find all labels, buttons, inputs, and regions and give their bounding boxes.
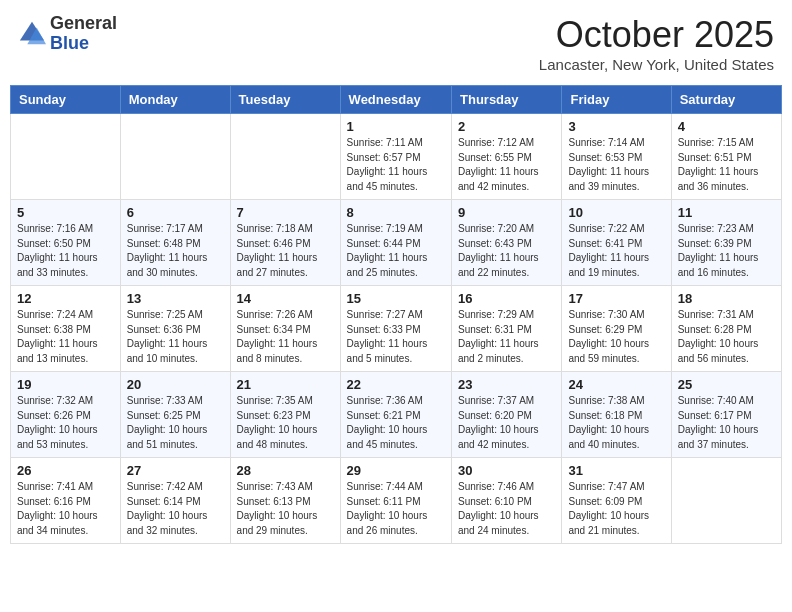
- column-header-saturday: Saturday: [671, 86, 781, 114]
- day-info-line: Sunset: 6:16 PM: [17, 496, 91, 507]
- day-number: 13: [127, 291, 224, 306]
- day-info: Sunrise: 7:36 AMSunset: 6:21 PMDaylight:…: [347, 394, 445, 452]
- calendar-cell: 10Sunrise: 7:22 AMSunset: 6:41 PMDayligh…: [562, 200, 671, 286]
- day-info-line: Daylight: 10 hours and 32 minutes.: [127, 510, 208, 536]
- day-info: Sunrise: 7:46 AMSunset: 6:10 PMDaylight:…: [458, 480, 555, 538]
- day-number: 14: [237, 291, 334, 306]
- day-info: Sunrise: 7:20 AMSunset: 6:43 PMDaylight:…: [458, 222, 555, 280]
- day-info-line: Daylight: 11 hours and 5 minutes.: [347, 338, 428, 364]
- day-info-line: Sunset: 6:43 PM: [458, 238, 532, 249]
- day-info-line: Sunset: 6:14 PM: [127, 496, 201, 507]
- day-info-line: Sunset: 6:18 PM: [568, 410, 642, 421]
- title-area: October 2025 Lancaster, New York, United…: [539, 14, 774, 73]
- day-info: Sunrise: 7:32 AMSunset: 6:26 PMDaylight:…: [17, 394, 114, 452]
- day-number: 27: [127, 463, 224, 478]
- day-info-line: Daylight: 10 hours and 48 minutes.: [237, 424, 318, 450]
- calendar-cell: 25Sunrise: 7:40 AMSunset: 6:17 PMDayligh…: [671, 372, 781, 458]
- day-info: Sunrise: 7:11 AMSunset: 6:57 PMDaylight:…: [347, 136, 445, 194]
- calendar-cell: [11, 114, 121, 200]
- day-info-line: Sunset: 6:38 PM: [17, 324, 91, 335]
- day-info-line: Sunset: 6:50 PM: [17, 238, 91, 249]
- month-title: October 2025: [539, 14, 774, 56]
- day-info-line: Sunrise: 7:15 AM: [678, 137, 754, 148]
- day-info-line: Sunrise: 7:35 AM: [237, 395, 313, 406]
- day-info-line: Daylight: 10 hours and 37 minutes.: [678, 424, 759, 450]
- day-info-line: Sunset: 6:10 PM: [458, 496, 532, 507]
- day-info-line: Sunrise: 7:19 AM: [347, 223, 423, 234]
- day-info-line: Daylight: 11 hours and 2 minutes.: [458, 338, 539, 364]
- day-info-line: Sunset: 6:44 PM: [347, 238, 421, 249]
- day-info-line: Daylight: 10 hours and 51 minutes.: [127, 424, 208, 450]
- day-info-line: Sunrise: 7:27 AM: [347, 309, 423, 320]
- day-info-line: Sunset: 6:34 PM: [237, 324, 311, 335]
- day-info-line: Daylight: 11 hours and 13 minutes.: [17, 338, 98, 364]
- day-info-line: Sunrise: 7:40 AM: [678, 395, 754, 406]
- day-info-line: Sunset: 6:26 PM: [17, 410, 91, 421]
- day-info-line: Daylight: 11 hours and 22 minutes.: [458, 252, 539, 278]
- day-info-line: Daylight: 10 hours and 24 minutes.: [458, 510, 539, 536]
- calendar-cell: 12Sunrise: 7:24 AMSunset: 6:38 PMDayligh…: [11, 286, 121, 372]
- day-info-line: Sunset: 6:53 PM: [568, 152, 642, 163]
- day-info-line: Sunset: 6:21 PM: [347, 410, 421, 421]
- calendar-week-row: 12Sunrise: 7:24 AMSunset: 6:38 PMDayligh…: [11, 286, 782, 372]
- day-info-line: Sunset: 6:51 PM: [678, 152, 752, 163]
- day-info-line: Daylight: 11 hours and 33 minutes.: [17, 252, 98, 278]
- day-number: 19: [17, 377, 114, 392]
- day-info-line: Sunset: 6:17 PM: [678, 410, 752, 421]
- day-info-line: Sunrise: 7:26 AM: [237, 309, 313, 320]
- calendar-cell: 20Sunrise: 7:33 AMSunset: 6:25 PMDayligh…: [120, 372, 230, 458]
- day-info: Sunrise: 7:24 AMSunset: 6:38 PMDaylight:…: [17, 308, 114, 366]
- logo: General Blue: [18, 14, 117, 54]
- calendar-cell: 13Sunrise: 7:25 AMSunset: 6:36 PMDayligh…: [120, 286, 230, 372]
- calendar-cell: 24Sunrise: 7:38 AMSunset: 6:18 PMDayligh…: [562, 372, 671, 458]
- calendar-cell: 17Sunrise: 7:30 AMSunset: 6:29 PMDayligh…: [562, 286, 671, 372]
- day-info-line: Sunrise: 7:42 AM: [127, 481, 203, 492]
- day-info: Sunrise: 7:43 AMSunset: 6:13 PMDaylight:…: [237, 480, 334, 538]
- day-info-line: Sunset: 6:29 PM: [568, 324, 642, 335]
- day-info-line: Sunrise: 7:20 AM: [458, 223, 534, 234]
- day-info-line: Sunset: 6:09 PM: [568, 496, 642, 507]
- calendar-cell: 21Sunrise: 7:35 AMSunset: 6:23 PMDayligh…: [230, 372, 340, 458]
- day-info-line: Sunrise: 7:46 AM: [458, 481, 534, 492]
- day-number: 28: [237, 463, 334, 478]
- day-info-line: Sunset: 6:41 PM: [568, 238, 642, 249]
- day-info: Sunrise: 7:14 AMSunset: 6:53 PMDaylight:…: [568, 136, 664, 194]
- day-info-line: Sunset: 6:55 PM: [458, 152, 532, 163]
- calendar-cell: [120, 114, 230, 200]
- calendar-cell: 3Sunrise: 7:14 AMSunset: 6:53 PMDaylight…: [562, 114, 671, 200]
- day-info-line: Sunset: 6:33 PM: [347, 324, 421, 335]
- day-info-line: Sunrise: 7:30 AM: [568, 309, 644, 320]
- day-info: Sunrise: 7:23 AMSunset: 6:39 PMDaylight:…: [678, 222, 775, 280]
- day-info-line: Sunrise: 7:14 AM: [568, 137, 644, 148]
- day-info-line: Sunrise: 7:11 AM: [347, 137, 423, 148]
- day-info-line: Daylight: 11 hours and 8 minutes.: [237, 338, 318, 364]
- day-info: Sunrise: 7:18 AMSunset: 6:46 PMDaylight:…: [237, 222, 334, 280]
- column-header-wednesday: Wednesday: [340, 86, 451, 114]
- calendar-cell: [230, 114, 340, 200]
- calendar-cell: 18Sunrise: 7:31 AMSunset: 6:28 PMDayligh…: [671, 286, 781, 372]
- day-info-line: Daylight: 11 hours and 10 minutes.: [127, 338, 208, 364]
- day-info-line: Sunrise: 7:31 AM: [678, 309, 754, 320]
- day-number: 22: [347, 377, 445, 392]
- day-info: Sunrise: 7:16 AMSunset: 6:50 PMDaylight:…: [17, 222, 114, 280]
- column-header-friday: Friday: [562, 86, 671, 114]
- day-info: Sunrise: 7:47 AMSunset: 6:09 PMDaylight:…: [568, 480, 664, 538]
- day-info-line: Daylight: 11 hours and 19 minutes.: [568, 252, 649, 278]
- calendar-cell: 22Sunrise: 7:36 AMSunset: 6:21 PMDayligh…: [340, 372, 451, 458]
- day-info-line: Sunset: 6:48 PM: [127, 238, 201, 249]
- day-info: Sunrise: 7:44 AMSunset: 6:11 PMDaylight:…: [347, 480, 445, 538]
- day-info: Sunrise: 7:29 AMSunset: 6:31 PMDaylight:…: [458, 308, 555, 366]
- day-number: 17: [568, 291, 664, 306]
- day-info-line: Sunrise: 7:24 AM: [17, 309, 93, 320]
- day-info: Sunrise: 7:37 AMSunset: 6:20 PMDaylight:…: [458, 394, 555, 452]
- column-header-monday: Monday: [120, 86, 230, 114]
- day-number: 4: [678, 119, 775, 134]
- day-number: 18: [678, 291, 775, 306]
- day-info-line: Daylight: 10 hours and 34 minutes.: [17, 510, 98, 536]
- day-number: 31: [568, 463, 664, 478]
- day-info-line: Sunset: 6:11 PM: [347, 496, 421, 507]
- calendar-week-row: 1Sunrise: 7:11 AMSunset: 6:57 PMDaylight…: [11, 114, 782, 200]
- calendar-table: SundayMondayTuesdayWednesdayThursdayFrid…: [10, 85, 782, 544]
- column-header-tuesday: Tuesday: [230, 86, 340, 114]
- day-number: 8: [347, 205, 445, 220]
